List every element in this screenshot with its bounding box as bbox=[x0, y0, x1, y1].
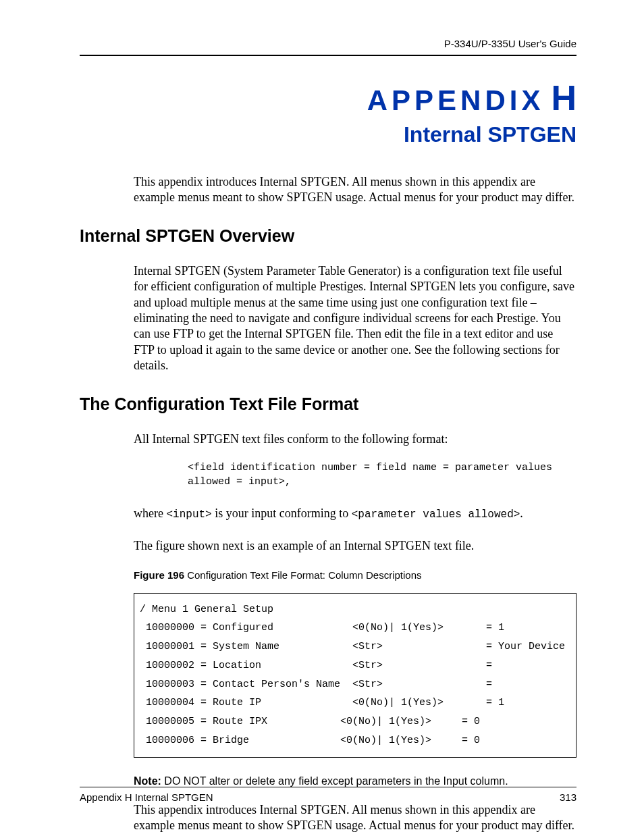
note-paragraph: Note: DO NOT alter or delete any field e… bbox=[134, 775, 576, 787]
header-guide: P-334U/P-335U User's Guide bbox=[80, 38, 576, 49]
format-where-paragraph: where <input> is your input conforming t… bbox=[134, 505, 576, 522]
appendix-subtitle: Internal SPTGEN bbox=[80, 122, 576, 147]
intro-paragraph: This appendix introduces Internal SPTGEN… bbox=[134, 174, 576, 206]
figure-intro-paragraph: The figure shown next is an example of a… bbox=[134, 538, 576, 554]
format-syntax-block: <field identification number = field nam… bbox=[188, 461, 576, 489]
appendix-word: APPENDIX bbox=[367, 84, 545, 116]
format-intro-paragraph: All Internal SPTGEN text files conform t… bbox=[134, 432, 576, 447]
header-rule bbox=[80, 55, 576, 56]
closing-paragraph: This appendix introduces Internal SPTGEN… bbox=[134, 802, 576, 834]
section-format-heading: The Configuration Text File Format bbox=[80, 394, 576, 414]
text-fragment: is your input conforming to bbox=[212, 506, 352, 520]
code-input: <input> bbox=[166, 509, 211, 521]
figure-caption: Figure 196 Configuration Text File Forma… bbox=[134, 569, 576, 581]
overview-paragraph: Internal SPTGEN (System Parameter Table … bbox=[134, 263, 576, 374]
note-text: DO NOT alter or delete any field except … bbox=[161, 775, 508, 787]
footer-rule bbox=[80, 787, 576, 787]
appendix-title: APPENDIXH bbox=[80, 78, 576, 118]
figure-caption-text: Configuration Text File Format: Column D… bbox=[184, 569, 422, 581]
section-overview-heading: Internal SPTGEN Overview bbox=[80, 226, 576, 246]
appendix-letter: H bbox=[551, 78, 576, 118]
config-example-box: / Menu 1 General Setup 10000000 = Config… bbox=[134, 593, 576, 758]
page-footer: Appendix H Internal SPTGEN 313 bbox=[80, 787, 576, 803]
text-fragment: where bbox=[134, 506, 166, 520]
footer-left: Appendix H Internal SPTGEN bbox=[80, 791, 213, 803]
code-param-values: <parameter values allowed> bbox=[352, 509, 520, 521]
footer-page-number: 313 bbox=[560, 791, 576, 803]
note-label: Note: bbox=[134, 775, 161, 787]
figure-label: Figure 196 bbox=[134, 569, 184, 581]
text-fragment: . bbox=[520, 506, 523, 520]
